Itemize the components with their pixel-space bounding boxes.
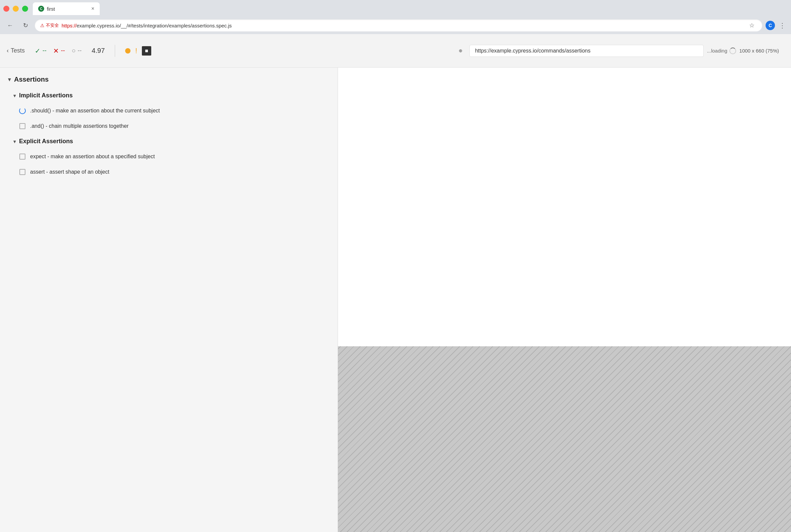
loading-text-label: ...loading — [707, 48, 728, 54]
toolbar-stats: ✓ -- ✕ -- ○ -- — [35, 47, 82, 55]
url-https-part: https:// — [62, 23, 77, 28]
url-text: https://example.cypress.io/__/#/tests/in… — [62, 23, 744, 28]
pending-icon — [19, 122, 26, 130]
status-dot — [125, 48, 131, 54]
tests-back-button[interactable]: ‹ Tests — [7, 47, 25, 54]
loading-indicator: ...loading — [707, 48, 736, 54]
profile-button[interactable]: C — [766, 21, 775, 30]
expect-pending-icon — [19, 153, 26, 160]
tab-close-button[interactable]: × — [91, 6, 94, 12]
menu-button[interactable]: ⋮ — [778, 21, 787, 30]
security-label: 不安全 — [46, 22, 59, 28]
implicit-assertions-label: Implicit Assertions — [19, 92, 73, 99]
assert-test-item[interactable]: assert - assert shape of an object — [0, 164, 337, 180]
preview-panel — [338, 68, 791, 532]
back-chevron-icon: ‹ — [7, 47, 9, 54]
cross-icon: ✕ — [53, 47, 59, 55]
warning-icon: ⚠ — [40, 23, 44, 28]
back-button[interactable]: ← — [4, 19, 16, 32]
pass-stat: ✓ -- — [35, 47, 46, 55]
divider — [115, 45, 115, 57]
tests-back-label: Tests — [11, 47, 25, 54]
address-bar[interactable]: ⚠ 不安全 https://example.cypress.io/__/#/te… — [35, 19, 762, 32]
cypress-toolbar: ‹ Tests ✓ -- ✕ -- ○ -- 4.97 ! ■ ⊕ ...loa… — [0, 34, 791, 68]
browser-controls: C ⋮ — [766, 21, 787, 30]
toolbar-icons: ! ■ — [125, 46, 151, 56]
bookmark-icon[interactable]: ☆ — [747, 20, 757, 31]
assertions-label: Assertions — [14, 76, 49, 83]
implicit-assertions-header[interactable]: ▾ Implicit Assertions — [0, 88, 337, 103]
window-maximize-button[interactable] — [22, 6, 28, 12]
explicit-chevron-icon: ▾ — [13, 139, 16, 144]
warning-icon: ! — [135, 46, 137, 55]
implicit-chevron-icon: ▾ — [13, 93, 16, 98]
browser-tab[interactable]: C first × — [33, 2, 100, 15]
should-test-label: .should() - make an assertion about the … — [30, 108, 160, 114]
should-test-item[interactable]: .should() - make an assertion about the … — [0, 103, 337, 118]
and-test-item[interactable]: .and() - chain multiple assertions toget… — [0, 118, 337, 134]
tab-title: first — [47, 6, 55, 12]
assertions-section: ▾ Assertions ▾ Implicit Assertions .shou… — [0, 68, 337, 183]
pending-count: -- — [78, 47, 82, 54]
tab-favicon: C — [38, 6, 44, 12]
main-layout: ▾ Assertions ▾ Implicit Assertions .shou… — [0, 68, 791, 532]
crosshair-icon[interactable]: ⊕ — [456, 45, 466, 56]
fail-stat: ✕ -- — [53, 47, 65, 55]
assert-pending-icon — [19, 168, 26, 176]
preview-content — [338, 68, 791, 532]
viewport-info: 1000 x 660 (75%) — [739, 48, 779, 54]
preview-url-input[interactable] — [469, 45, 704, 57]
reload-button[interactable]: ↻ — [19, 19, 32, 32]
expect-test-item[interactable]: expect - make an assertion about a speci… — [0, 149, 337, 164]
window-close-button[interactable] — [3, 6, 9, 12]
window-minimize-button[interactable] — [13, 6, 19, 12]
assert-test-label: assert - assert shape of an object — [30, 169, 110, 175]
explicit-assertions-header[interactable]: ▾ Explicit Assertions — [0, 134, 337, 149]
security-warning: ⚠ 不安全 — [40, 22, 59, 28]
preview-white-area — [338, 68, 791, 346]
pass-count: -- — [42, 47, 46, 54]
back-icon: ← — [7, 22, 13, 29]
preview-gray-area — [338, 346, 791, 532]
stop-button[interactable]: ■ — [142, 46, 151, 56]
loading-spinner — [729, 48, 736, 54]
explicit-assertions-label: Explicit Assertions — [19, 138, 73, 145]
fail-count: -- — [61, 47, 65, 54]
pending-stat: ○ -- — [72, 47, 82, 55]
expect-test-label: expect - make an assertion about a speci… — [30, 154, 155, 159]
collapse-chevron-icon: ▾ — [8, 76, 11, 83]
and-test-label: .and() - chain multiple assertions toget… — [30, 123, 129, 129]
profile-letter: C — [769, 23, 772, 28]
circle-icon: ○ — [72, 47, 76, 55]
timer: 4.97 — [92, 47, 105, 55]
reload-icon: ↻ — [23, 22, 28, 29]
assertions-section-header[interactable]: ▾ Assertions — [0, 71, 337, 88]
stop-icon: ■ — [145, 48, 148, 54]
running-icon — [19, 107, 26, 114]
test-panel: ▾ Assertions ▾ Implicit Assertions .shou… — [0, 68, 338, 532]
preview-url-bar: ⊕ ...loading 1000 x 660 (75%) — [158, 45, 784, 57]
url-rest-part: example.cypress.io/__/#/tests/integratio… — [77, 23, 232, 28]
checkmark-icon: ✓ — [35, 47, 40, 55]
